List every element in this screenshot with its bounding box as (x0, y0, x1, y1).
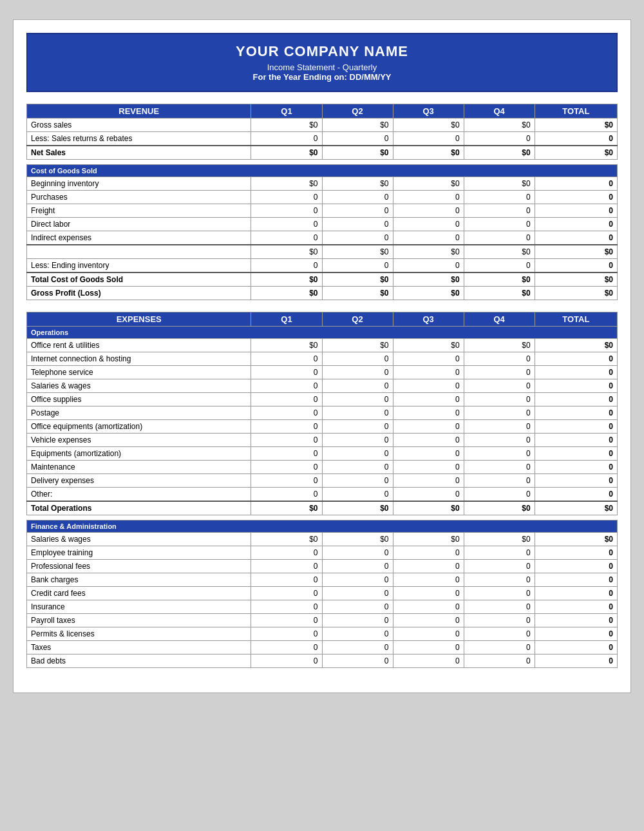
table-row: Permits & licenses 0 0 0 0 0 (27, 627, 618, 641)
gross-profit-label: Gross Profit (Loss) (27, 287, 251, 300)
revenue-header-total: TOTAL (535, 104, 617, 119)
finance-label: Finance & Administration (27, 521, 618, 533)
revenue-header-q4: Q4 (464, 104, 535, 119)
table-row: Telephone service 0 0 0 0 0 (27, 366, 618, 379)
beg-inv-label: Beginning inventory (27, 177, 251, 191)
freight-label: Freight (27, 204, 251, 218)
expenses-header-label: EXPENSES (27, 312, 251, 327)
sales-returns-q4: 0 (464, 132, 535, 146)
sales-returns-q1: 0 (251, 132, 322, 146)
operations-label: Operations (27, 327, 618, 339)
header-box: YOUR COMPANY NAME Income Statement - Qua… (26, 33, 618, 92)
table-row: Delivery expenses 0 0 0 0 0 (27, 474, 618, 488)
net-sales-q3: $0 (393, 146, 464, 160)
gross-sales-total: $0 (535, 119, 617, 132)
table-row: Freight 0 0 0 0 0 (27, 204, 618, 218)
cogs-header-row: Cost of Goods Sold (27, 165, 618, 177)
table-row: Indirect expenses 0 0 0 0 0 (27, 231, 618, 245)
cogs-section-label: Cost of Goods Sold (27, 165, 618, 177)
beg-inv-q1: $0 (251, 177, 322, 191)
expenses-header-q1: Q1 (251, 312, 322, 327)
gross-sales-q4: $0 (464, 119, 535, 132)
table-row: Taxes 0 0 0 0 0 (27, 641, 618, 654)
finance-header-row: Finance & Administration (27, 521, 618, 533)
direct-labor-label: Direct labor (27, 218, 251, 231)
sales-returns-q3: 0 (393, 132, 464, 146)
revenue-header-q2: Q2 (322, 104, 393, 119)
spacer-row (27, 160, 618, 165)
page: YOUR COMPANY NAME Income Statement - Qua… (13, 19, 631, 693)
net-sales-q4: $0 (464, 146, 535, 160)
total-ops-label: Total Operations (27, 501, 251, 515)
beg-inv-q4: $0 (464, 177, 535, 191)
period-label: For the Year Ending on: DD/MM/YY (34, 72, 610, 82)
ending-inv-label: Less: Ending inventory (27, 259, 251, 273)
table-row: Gross sales $0 $0 $0 $0 $0 (27, 119, 618, 132)
statement-subtitle: Income Statement - Quarterly (34, 62, 610, 72)
table-row: Equipments (amortization) 0 0 0 0 0 (27, 447, 618, 461)
table-row: Insurance 0 0 0 0 0 (27, 600, 618, 614)
ending-inv-row: Less: Ending inventory 0 0 0 0 0 (27, 259, 618, 273)
table-row: Salaries & wages 0 0 0 0 0 (27, 379, 618, 393)
expenses-header-q2: Q2 (322, 312, 393, 327)
net-sales-q2: $0 (322, 146, 393, 160)
expenses-header-q4: Q4 (464, 312, 535, 327)
gross-profit-row: Gross Profit (Loss) $0 $0 $0 $0 $0 (27, 287, 618, 300)
indirect-exp-label: Indirect expenses (27, 231, 251, 245)
net-sales-label: Net Sales (27, 146, 251, 160)
table-row: Employee training 0 0 0 0 0 (27, 546, 618, 560)
beg-inv-q2: $0 (322, 177, 393, 191)
table-row: Other: 0 0 0 0 0 (27, 488, 618, 502)
sales-returns-label: Less: Sales returns & rebates (27, 132, 251, 146)
expenses-table: EXPENSES Q1 Q2 Q3 Q4 TOTAL Operations Of… (26, 312, 618, 668)
net-sales-row: Net Sales $0 $0 $0 $0 $0 (27, 146, 618, 160)
operations-header-row: Operations (27, 327, 618, 339)
expenses-header-q3: Q3 (393, 312, 464, 327)
table-row: Office rent & utilities $0 $0 $0 $0 $0 (27, 339, 618, 352)
table-row: Professional fees 0 0 0 0 0 (27, 560, 618, 573)
table-row: Direct labor 0 0 0 0 0 (27, 218, 618, 231)
table-row: Bank charges 0 0 0 0 0 (27, 573, 618, 587)
expenses-header-total: TOTAL (535, 312, 617, 327)
table-row: Maintenance 0 0 0 0 0 (27, 461, 618, 474)
table-row: Office equipments (amortization) 0 0 0 0… (27, 420, 618, 434)
revenue-header-label: REVENUE (27, 104, 251, 119)
net-sales-total: $0 (535, 146, 617, 160)
table-row: Vehicle expenses 0 0 0 0 0 (27, 434, 618, 447)
table-row: Payroll taxes 0 0 0 0 0 (27, 614, 618, 627)
company-name: YOUR COMPANY NAME (34, 43, 610, 60)
revenue-table: REVENUE Q1 Q2 Q3 Q4 TOTAL Gross sales $0… (26, 104, 618, 300)
table-row: Credit card fees 0 0 0 0 0 (27, 587, 618, 600)
table-row: Salaries & wages $0 $0 $0 $0 $0 (27, 533, 618, 546)
gross-sales-q3: $0 (393, 119, 464, 132)
purchases-label: Purchases (27, 191, 251, 204)
table-row: Internet connection & hosting 0 0 0 0 0 (27, 352, 618, 366)
table-row: Less: Sales returns & rebates 0 0 0 0 0 (27, 132, 618, 146)
table-row: Purchases 0 0 0 0 0 (27, 191, 618, 204)
net-sales-q1: $0 (251, 146, 322, 160)
gross-sales-q2: $0 (322, 119, 393, 132)
spacer-row (27, 515, 618, 521)
sales-returns-total: 0 (535, 132, 617, 146)
cogs-subtotal-row: $0 $0 $0 $0 $0 (27, 245, 618, 259)
revenue-header-q3: Q3 (393, 104, 464, 119)
beg-inv-q3: $0 (393, 177, 464, 191)
gross-sales-q1: $0 (251, 119, 322, 132)
total-operations-row: Total Operations $0 $0 $0 $0 $0 (27, 501, 618, 515)
table-row: Postage 0 0 0 0 0 (27, 406, 618, 420)
gross-sales-label: Gross sales (27, 119, 251, 132)
table-row: Office supplies 0 0 0 0 0 (27, 393, 618, 406)
revenue-header-q1: Q1 (251, 104, 322, 119)
total-cogs-row: Total Cost of Goods Sold $0 $0 $0 $0 $0 (27, 272, 618, 287)
table-row: Bad debts 0 0 0 0 0 (27, 654, 618, 668)
beg-inv-total: 0 (535, 177, 617, 191)
total-cogs-label: Total Cost of Goods Sold (27, 272, 251, 287)
sales-returns-q2: 0 (322, 132, 393, 146)
table-row: Beginning inventory $0 $0 $0 $0 0 (27, 177, 618, 191)
